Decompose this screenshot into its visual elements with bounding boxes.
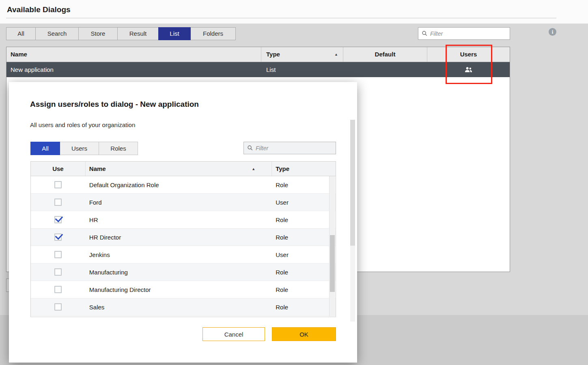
main-filter-box (418, 27, 510, 40)
use-checkbox[interactable] (54, 199, 62, 206)
tab-result[interactable]: Result (117, 27, 159, 40)
tab-list[interactable]: List (158, 27, 191, 40)
search-icon (422, 30, 428, 37)
row-users-cell[interactable] (427, 62, 510, 77)
modal-table-row[interactable]: Manufacturing Director Role (31, 281, 336, 298)
tab-store[interactable]: Store (78, 27, 118, 40)
row-name: HR (86, 216, 272, 223)
modal-tab-roles[interactable]: Roles (99, 142, 138, 155)
modal-table-row[interactable]: HR Director Role (31, 229, 336, 246)
column-header-use[interactable]: Use (31, 162, 86, 176)
row-name: Sales (86, 304, 272, 311)
screen: Available Dialogs All Search Store Resul… (0, 0, 588, 365)
search-icon (247, 145, 253, 151)
row-type: Role (272, 234, 336, 241)
column-header-type-label: Type (266, 51, 280, 58)
table-scrollbar[interactable] (329, 176, 335, 316)
use-checkbox[interactable] (54, 303, 62, 311)
modal-scrollbar-thumb[interactable] (350, 120, 355, 246)
row-type: User (272, 251, 336, 258)
use-cell (31, 251, 86, 258)
modal-scrollbar[interactable] (350, 120, 355, 322)
row-name: New application (6, 62, 261, 77)
row-type: Role (272, 269, 336, 276)
row-default (343, 62, 427, 77)
column-header-default[interactable]: Default (343, 47, 427, 62)
modal-tab-bar: All Users Roles (30, 142, 138, 155)
use-checkbox[interactable] (54, 286, 62, 293)
dialogs-table-header: Name Type ▲ Default Users (6, 47, 510, 62)
column-header-type[interactable]: Type ▲ (261, 47, 343, 62)
modal-table-row[interactable]: Jenkins User (31, 246, 336, 263)
users-icon[interactable] (465, 67, 472, 73)
tab-search[interactable]: Search (35, 27, 79, 40)
use-cell (31, 216, 86, 223)
row-type: Role (272, 181, 336, 188)
page-title: Available Dialogs (7, 5, 71, 14)
sort-asc-icon: ▲ (252, 162, 255, 176)
table-row-new-application[interactable]: New application List (6, 62, 510, 77)
row-name: Manufacturing Director (86, 286, 272, 293)
row-type: Role (272, 216, 336, 223)
use-checkbox[interactable] (54, 233, 62, 241)
modal-title: Assign users/roles to dialog - New appli… (30, 100, 199, 109)
use-cell (31, 199, 86, 206)
info-icon[interactable]: i (549, 28, 556, 36)
use-cell (31, 268, 86, 276)
main-filter-input[interactable] (430, 30, 506, 37)
page-header-strip (0, 0, 588, 24)
modal-filter-box (243, 142, 336, 154)
row-name: HR Director (86, 234, 272, 241)
main-tab-bar: All Search Store Result List Folders (6, 27, 236, 40)
users-roles-table-header: Use Name ▲ Type (31, 162, 336, 176)
tab-all[interactable]: All (6, 27, 36, 40)
use-checkbox[interactable] (54, 216, 62, 223)
use-cell (31, 181, 86, 188)
modal-table-row[interactable]: HR Role (31, 211, 336, 229)
modal-table-row[interactable]: Ford User (31, 194, 336, 211)
column-header-type[interactable]: Type (272, 162, 336, 176)
tab-folders[interactable]: Folders (190, 27, 236, 40)
row-name: Jenkins (86, 251, 272, 258)
use-checkbox[interactable] (54, 268, 62, 276)
modal-tab-all[interactable]: All (30, 142, 60, 155)
modal-filter-input[interactable] (256, 145, 332, 151)
modal-subtitle: All users and roles of your organization (30, 121, 135, 128)
row-name: Manufacturing (86, 269, 272, 276)
use-cell (31, 233, 86, 241)
row-name: Ford (86, 199, 272, 206)
modal-table-rows: Default Organization Role Role Ford User… (31, 176, 336, 316)
row-type: List (261, 62, 343, 77)
use-checkbox[interactable] (54, 251, 62, 258)
modal-table-row[interactable]: Default Organization Role Role (31, 176, 336, 194)
column-header-users[interactable]: Users (427, 47, 510, 62)
assign-users-modal: Assign users/roles to dialog - New appli… (9, 82, 357, 363)
users-roles-table: Use Name ▲ Type Default Organization Rol… (30, 161, 336, 317)
table-scrollbar-thumb[interactable] (330, 235, 335, 292)
row-type: Role (272, 304, 336, 311)
column-header-name-label: Name (89, 165, 106, 172)
row-type: Role (272, 286, 336, 293)
modal-table-row[interactable]: Sales Role (31, 298, 336, 316)
modal-tab-users[interactable]: Users (60, 142, 99, 155)
column-header-name[interactable]: Name (6, 47, 261, 62)
row-name: Default Organization Role (86, 181, 272, 188)
cancel-button[interactable]: Cancel (202, 327, 265, 341)
column-header-name[interactable]: Name ▲ (86, 162, 272, 176)
ok-button[interactable]: OK (272, 327, 336, 341)
use-cell (31, 286, 86, 293)
use-checkbox[interactable] (54, 181, 62, 188)
row-type: User (272, 199, 336, 206)
title-divider (6, 18, 556, 18)
modal-table-row[interactable]: Manufacturing Role (31, 263, 336, 281)
sort-asc-icon: ▲ (334, 47, 338, 62)
use-cell (31, 303, 86, 311)
